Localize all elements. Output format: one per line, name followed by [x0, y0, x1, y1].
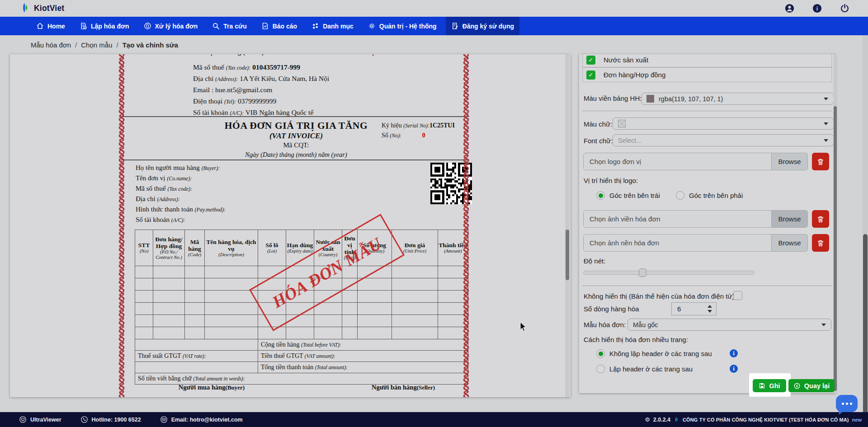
footer-item-1[interactable]: Hotline: 1900 6522: [80, 416, 141, 423]
table-column-header: Tên hàng hóa, dịch vụ(Description): [205, 230, 258, 266]
stepper-down-icon[interactable]: [708, 310, 712, 313]
phone-icon: [80, 416, 88, 423]
table-column-header: STT(No): [135, 230, 153, 266]
totals-row: Số tiền viết bằng chữ (Total amount in w…: [135, 373, 468, 385]
window-scrollbar-thumb[interactable]: [863, 234, 868, 427]
nav-item-label: Quản trị - Hệ thống: [379, 23, 437, 30]
totals-cell: Thuế suất GTGT (VAT rate):: [135, 351, 258, 362]
buyer-info-line: Tên đơn vị (Co.name):: [136, 174, 192, 182]
logo-pos-left-radio[interactable]: [596, 191, 605, 200]
kiotviet-logo[interactable]: KiotViet: [20, 2, 64, 15]
breadcrumb-item-0[interactable]: Mẫu hóa đơn: [31, 41, 71, 49]
table-cell: [205, 303, 258, 315]
nav-item-6[interactable]: Quản trị - Hệ thống: [363, 17, 442, 35]
hide-display-checkbox[interactable]: [733, 291, 742, 300]
stepper-up-icon[interactable]: [708, 305, 712, 308]
template-dropdown[interactable]: Mẫu gốc: [627, 319, 831, 331]
back-button[interactable]: Quay lại: [788, 379, 835, 392]
sharpness-slider[interactable]: [583, 271, 755, 275]
table-border-color-dropdown[interactable]: rgba(119, 107, 107, 1): [641, 93, 834, 105]
brand-name: KiotViet: [34, 4, 64, 13]
background-image-browse-button[interactable]: Browse: [772, 234, 808, 252]
empty-color-swatch: [618, 120, 626, 127]
panel-scrollbar-thumb[interactable]: [834, 106, 837, 391]
table-cell: [342, 303, 358, 315]
multipage-repeat-radio[interactable]: [596, 365, 605, 373]
text-color-dropdown[interactable]: [613, 117, 834, 130]
file-placeholder: Chọn ảnh nền hóa đơn: [590, 239, 659, 247]
nav-item-3[interactable]: Tra cứu: [207, 17, 252, 35]
background-image-file-input[interactable]: Chọn ảnh nền hóa đơn: [583, 234, 772, 252]
power-icon[interactable]: [840, 3, 850, 14]
signature-seller: Người bán hàng(Seller): [326, 384, 480, 391]
logo-position-label: Vị trí hiển thị logo:: [584, 177, 638, 184]
border-image-file-input[interactable]: Chọn ảnh viền hóa đơn: [583, 210, 772, 228]
nav-item-4[interactable]: Báo cáo: [256, 17, 302, 35]
info-icon[interactable]: i: [812, 3, 822, 14]
invoice-scrollbar-thumb[interactable]: [566, 230, 569, 280]
table-cell: [314, 327, 342, 339]
info-icon[interactable]: i: [730, 349, 738, 357]
nav-item-0[interactable]: Home: [31, 17, 71, 35]
nav-item-2[interactable]: Xử lý hóa đơn: [138, 17, 203, 35]
invoice-preview-card: §§§§§§§§§§§§§§§§§§§§§§§§§§§§§§§§§§§§§§§§…: [10, 54, 571, 397]
field-visibility-row-country[interactable]: ✓ Nước sản xuất: [582, 54, 832, 67]
multipage-label: Cách hiển thị hóa đơn nhiều trang:: [584, 336, 688, 343]
panel-scrollbar[interactable]: [833, 54, 837, 393]
text-color-label: Màu chữ:: [584, 120, 612, 128]
divider: [582, 111, 832, 111]
nav-item-label: Lập hóa đơn: [91, 23, 129, 30]
border-image-browse-button[interactable]: Browse: [772, 210, 808, 228]
logo-file-input[interactable]: Chọn logo đơn vị: [583, 153, 772, 170]
multipage-no-repeat-radio[interactable]: [596, 349, 605, 358]
nav-item-1[interactable]: Lập hóa đơn: [74, 17, 135, 35]
logo-browse-button[interactable]: Browse: [772, 153, 808, 170]
app-version: 2.0.2.4: [653, 417, 670, 423]
logo-pos-right-radio[interactable]: [676, 191, 684, 200]
totals-cell: Cộng tiền hàng (Total before VAT):: [258, 339, 468, 351]
color-swatch: [646, 95, 654, 103]
border-image-delete-button[interactable]: [812, 210, 829, 228]
sharpness-slider-thumb[interactable]: [639, 268, 646, 277]
nav-item-7[interactable]: Đăng ký sử dụng: [446, 17, 519, 35]
footer-item-2[interactable]: Email: hotro@kiotviet.com: [160, 416, 243, 423]
template-value: Mẫu gốc: [633, 321, 658, 328]
table-border-color-label: Màu viền bảng HH:: [584, 94, 642, 102]
line-count-stepper[interactable]: 6: [671, 302, 717, 315]
checkbox-checked-icon[interactable]: ✓: [586, 56, 595, 65]
top-bar: KiotViet i: [0, 0, 868, 17]
checkbox-checked-icon[interactable]: ✓: [586, 70, 595, 80]
breadcrumb-item-1[interactable]: Chọn mẫu: [81, 41, 112, 49]
line-count-value: 6: [677, 305, 681, 313]
user-icon[interactable]: [784, 3, 795, 14]
line-count-label: Số dòng hàng hóa: [584, 305, 639, 313]
footer-item-0[interactable]: UltraViewer: [19, 416, 61, 423]
chat-widget-button[interactable]: [836, 395, 858, 412]
table-cell: [392, 327, 438, 339]
footer-item-label: Hotline: 1900 6522: [92, 417, 141, 423]
table-cell: [358, 327, 392, 339]
invoice-divider: [121, 116, 469, 117]
home-icon: [36, 22, 44, 30]
invoice-scrollbar[interactable]: [565, 54, 570, 397]
table-cell: [205, 327, 258, 339]
font-label: Font chữ:: [584, 137, 613, 145]
field-visibility-row-order-contract[interactable]: ✓ Đơn hàng/Hợp đồng: [582, 67, 832, 82]
info-icon[interactable]: i: [730, 365, 738, 373]
save-button[interactable]: Ghi: [753, 379, 786, 392]
background-image-delete-button[interactable]: [812, 234, 829, 252]
nav-item-5[interactable]: Danh mục: [306, 17, 359, 35]
logo-delete-button[interactable]: [812, 153, 829, 170]
font-dropdown[interactable]: Select...: [613, 134, 834, 146]
table-cell: [392, 315, 438, 327]
table-column-header: Số lô(Lot): [258, 230, 286, 266]
chevron-down-icon: [824, 122, 828, 125]
table-cell: [342, 291, 358, 303]
table-column-header: Đơn hàng/ Hợp đồng(P.O No./ Contract No.…: [153, 230, 185, 266]
hide-display-label: Không hiển thị (Bản thể hiện của hóa đơn…: [584, 292, 736, 300]
window-scrollbar[interactable]: [863, 35, 868, 427]
logo-pos-right-label: Góc trên bên phải: [689, 192, 743, 199]
nav-item-label: Đăng ký sử dụng: [462, 23, 514, 30]
chevron-down-icon: [821, 324, 826, 326]
table-cell: [342, 327, 358, 339]
